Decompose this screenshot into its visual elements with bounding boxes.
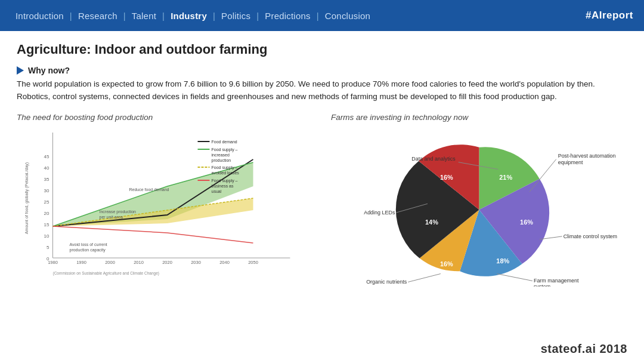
main-content: Agriculture: Indoor and outdoor farming … (0, 31, 644, 295)
svg-text:1990: 1990 (76, 260, 86, 265)
triangle-icon (17, 66, 24, 75)
why-now-text-label: Why now? (28, 66, 70, 75)
nav-bar: Introduction | Research | Talent | Indus… (0, 0, 644, 31)
svg-text:Farm management: Farm management (534, 278, 579, 284)
nav-item-introduction[interactable]: Introduction (11, 11, 69, 21)
nav-sep-1: | (69, 11, 73, 21)
svg-text:2000: 2000 (105, 260, 115, 265)
svg-text:45: 45 (44, 154, 49, 159)
svg-text:5: 5 (47, 245, 49, 250)
svg-text:2010: 2010 (134, 260, 144, 265)
svg-text:Avoid loss of current: Avoid loss of current (70, 242, 107, 247)
svg-text:30: 30 (44, 188, 49, 193)
svg-text:Increase production: Increase production (100, 210, 137, 214)
right-chart-container: Farms are investing in technology now 21… (331, 113, 627, 288)
svg-text:production capacity: production capacity (70, 248, 106, 253)
charts-row: The need for boosting food production 0 … (17, 113, 627, 288)
nav-item-research[interactable]: Research (73, 11, 122, 21)
svg-text:Organic nutrients: Organic nutrients (366, 279, 407, 285)
svg-text:16%: 16% (440, 260, 453, 267)
svg-text:business as: business as (212, 184, 234, 188)
svg-text:Reduce food demand: Reduce food demand (129, 187, 169, 192)
svg-text:14%: 14% (425, 219, 438, 226)
page-title: Agriculture: Indoor and outdoor farming (17, 42, 627, 57)
svg-text:16%: 16% (440, 174, 453, 181)
svg-text:21%: 21% (499, 174, 512, 181)
left-chart-container: The need for boosting food production 0 … (17, 113, 313, 288)
svg-text:16%: 16% (520, 219, 533, 226)
footer-text: stateof.ai 2018 (541, 342, 627, 356)
svg-text:1980: 1980 (48, 260, 58, 265)
why-now-section: Why now? The world population is expecte… (17, 66, 627, 103)
svg-text:15: 15 (44, 222, 49, 227)
nav-items: Introduction | Research | Talent | Indus… (11, 11, 375, 21)
svg-text:25: 25 (44, 199, 49, 205)
why-now-body: The world population is expected to grow… (17, 78, 625, 103)
svg-text:20: 20 (44, 211, 49, 216)
nav-item-conclusion[interactable]: Conclusion (320, 11, 375, 21)
nav-item-politics[interactable]: Politics (216, 11, 255, 21)
svg-text:18%: 18% (496, 257, 509, 264)
svg-line-59 (408, 273, 441, 282)
svg-text:system: system (534, 284, 550, 287)
svg-text:2040: 2040 (219, 260, 230, 265)
svg-text:40: 40 (44, 165, 49, 171)
svg-text:Adding LEDs: Adding LEDs (364, 210, 395, 216)
svg-text:production: production (212, 158, 231, 163)
svg-text:10: 10 (44, 233, 49, 239)
pie-chart-wrapper: 21% 16% 18% 16% 14% (331, 127, 627, 288)
svg-text:Food supply –: Food supply – (212, 147, 238, 152)
svg-line-56 (497, 273, 532, 281)
svg-text:35: 35 (44, 177, 49, 182)
line-chart-svg: 0 5 10 15 20 25 30 35 40 45 1980 1990 20… (17, 127, 313, 282)
svg-text:Food demand: Food demand (212, 140, 237, 144)
svg-text:(Commission on Sustainable Agr: (Commission on Sustainable Agriculture a… (53, 271, 159, 276)
nav-item-talent[interactable]: Talent (127, 11, 161, 21)
svg-marker-22 (53, 226, 253, 243)
svg-text:usual: usual (212, 189, 222, 193)
svg-text:increased: increased (212, 153, 230, 157)
svg-text:Data and analytics: Data and analytics (411, 156, 456, 162)
svg-text:Amount of food, globally (Peta: Amount of food, globally (Petacal./day) (24, 162, 29, 234)
why-now-label: Why now? (17, 66, 627, 75)
nav-item-predictions[interactable]: Predictions (260, 11, 315, 21)
left-chart-title: The need for boosting food production (17, 113, 313, 122)
pie-chart-svg: 21% 16% 18% 16% 14% (331, 127, 627, 287)
nav-sep-2: | (122, 11, 127, 21)
svg-text:2020: 2020 (162, 260, 172, 265)
line-chart-wrapper: 0 5 10 15 20 25 30 35 40 45 1980 1990 20… (17, 127, 313, 282)
svg-text:Food supply –: Food supply – (212, 179, 238, 183)
right-chart-title: Farms are investing in technology now (331, 113, 627, 122)
svg-text:2050: 2050 (248, 260, 258, 265)
svg-text:Post-harvest automation: Post-harvest automation (558, 153, 616, 159)
nav-sep-5: | (255, 11, 260, 21)
nav-sep-3: | (161, 11, 166, 21)
svg-text:Food supply –: Food supply – (212, 165, 238, 170)
nav-item-industry[interactable]: Industry (166, 11, 212, 21)
svg-text:per unit area: per unit area (100, 215, 123, 220)
svg-text:equipment: equipment (558, 159, 583, 165)
nav-sep-4: | (212, 11, 216, 21)
nav-hashtag: #AIreport (586, 10, 633, 21)
svg-text:2030: 2030 (191, 260, 201, 265)
svg-text:avoided losses: avoided losses (212, 171, 240, 175)
svg-text:Climate control system: Climate control system (564, 233, 617, 239)
nav-sep-6: | (315, 11, 320, 21)
